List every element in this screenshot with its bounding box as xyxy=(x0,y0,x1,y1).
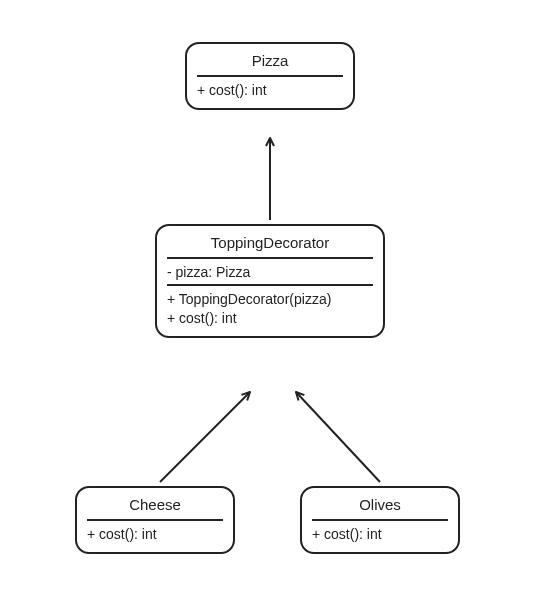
class-cheese: Cheese + cost(): int xyxy=(75,486,235,554)
class-method: + ToppingDecorator(pizza) xyxy=(167,290,373,309)
class-method: + cost(): int xyxy=(312,525,448,544)
svg-line-1 xyxy=(160,392,250,482)
class-method: + cost(): int xyxy=(167,309,373,328)
divider xyxy=(167,257,373,259)
class-title: Pizza xyxy=(197,50,343,73)
divider xyxy=(87,519,223,521)
class-olives: Olives + cost(): int xyxy=(300,486,460,554)
class-title: ToppingDecorator xyxy=(167,232,373,255)
class-title: Cheese xyxy=(87,494,223,517)
divider xyxy=(167,284,373,286)
class-method: + cost(): int xyxy=(197,81,343,100)
class-topping-decorator: ToppingDecorator - pizza: Pizza + Toppin… xyxy=(155,224,385,338)
divider xyxy=(312,519,448,521)
divider xyxy=(197,75,343,77)
uml-diagram: Pizza + cost(): int ToppingDecorator - p… xyxy=(0,0,540,610)
svg-line-2 xyxy=(296,392,380,482)
class-method: + cost(): int xyxy=(87,525,223,544)
class-title: Olives xyxy=(312,494,448,517)
class-attribute: - pizza: Pizza xyxy=(167,263,373,282)
class-pizza: Pizza + cost(): int xyxy=(185,42,355,110)
